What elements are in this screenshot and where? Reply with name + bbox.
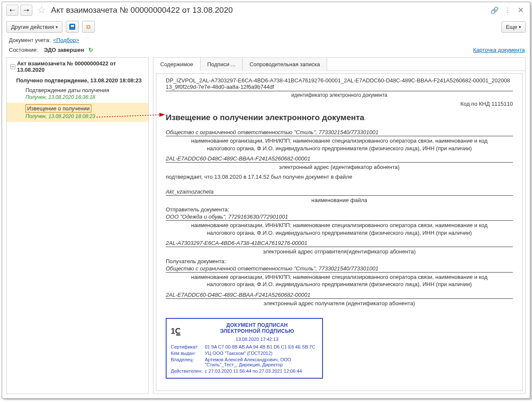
accounting-doc-row: Документ учета: <Подбор>	[2, 35, 530, 45]
close-button[interactable]: ✕	[516, 6, 526, 15]
confirm-text: подтверждает, что 13.08.2020 в 17.14.52 …	[166, 174, 513, 180]
file-id-caption: идентификатор электронного документа	[166, 92, 513, 98]
tree-item-label: Извещение о получении	[25, 104, 91, 112]
state-row: Состояние: ЭДО завершен ↻ Карточка докум…	[2, 45, 530, 55]
document-title: Извещение о получении электронного докум…	[166, 113, 513, 122]
titlebar: 🠐 🠒 ☆ Акт взаимозачета № 00000000422 от …	[2, 2, 530, 18]
more-button[interactable]: Еще ▾	[501, 21, 526, 33]
receiver-address-caption: электронный адрес получателя (идентифика…	[166, 299, 513, 308]
other-actions-button[interactable]: Другие действия ▾	[6, 21, 62, 33]
save-icon	[69, 24, 75, 30]
sig-issuer-label: Кем выдан:	[171, 351, 205, 356]
toolbar: Другие действия ▾ ⧉ Еще ▾	[2, 18, 530, 35]
sig-cert-label: Сертификат:	[171, 344, 205, 349]
tree-root[interactable]: − Акт взаимозачета № 00000000422 от 13.0…	[7, 58, 148, 76]
dropdown-caret-icon: ▾	[519, 25, 521, 29]
window-title: Акт взаимозачета № 00000000422 от 13.08.…	[51, 6, 233, 15]
tree-item[interactable]: Извещение о получении	[7, 103, 148, 113]
sender-address: 2AL-A7303297-E6CA-4BD6-A738-41BCA7619276…	[166, 240, 513, 247]
tree-item-status: Получен, 13.08.2020 18:08:23	[7, 113, 148, 122]
save-button[interactable]	[66, 21, 79, 33]
receiver-address: 2AL-E7ADDC60-D48C-489C-BBAA-F241A5260682…	[166, 292, 513, 299]
tree-item[interactable]: Подтверждение даты получения	[7, 85, 148, 94]
document-viewer[interactable]: DP_IZVPOL_2AL-A7303297-E6CA-4BD6-A738-41…	[156, 74, 522, 391]
receiver-label: Получатель документа:	[166, 258, 513, 264]
refresh-icon[interactable]: ↻	[88, 47, 93, 53]
receiver-org: Общество с ограниченной ответственностью…	[166, 265, 513, 273]
sig-valid-label: Действителен:	[171, 368, 205, 374]
nav-forward-button[interactable]: 🠒	[20, 5, 32, 16]
tabs: Содержимое Подписи ... Сопроводительная …	[153, 58, 525, 71]
link-icon[interactable]: 🔗	[490, 6, 499, 14]
sig-owner-value: Артемов Алексей Александрович, ООО "Стил…	[205, 357, 318, 367]
tab-cover-note[interactable]: Сопроводительная записка	[243, 58, 327, 71]
1c-logo-icon: 1C̲	[171, 326, 181, 336]
file-name: Akt_vzaimozacheta	[166, 188, 513, 196]
knd-code: Код по КНД 1115110	[166, 101, 513, 107]
tab-content[interactable]: Содержимое	[153, 58, 201, 71]
sig-valid-value: с 27.03.2020 11:56:44 по 27.03.2021 12:0…	[205, 368, 318, 374]
sender-address-caption: электронный адрес отправителя(идентифика…	[166, 247, 513, 256]
favorite-star-icon[interactable]: ☆	[37, 5, 46, 16]
tree-root-label: Акт взаимозачета № 00000000422 от 13.08.…	[17, 60, 145, 73]
tree-item-status: Получен, 13.08.2020 16:36:18	[7, 94, 148, 103]
state-label: Состояние:	[9, 47, 38, 53]
subscriber-address-caption: электронный адрес (идентификатор абонент…	[166, 163, 513, 172]
file-identifier: DP_IZVPOL_2AL-A7303297-E6CA-4BD6-A738-41…	[166, 76, 513, 91]
tree-item-label: Подтверждение даты получения	[25, 87, 145, 93]
pick-link[interactable]: <Подбор>	[53, 37, 79, 43]
content-panel: Содержимое Подписи ... Сопроводительная …	[153, 57, 526, 394]
collapse-icon[interactable]: −	[10, 64, 15, 69]
other-actions-label: Другие действия	[11, 24, 54, 30]
more-label: Еще	[506, 24, 517, 30]
hierarchy-icon: ⧉	[86, 23, 91, 31]
window-frame: 🠐 🠒 ☆ Акт взаимозачета № 00000000422 от …	[2, 2, 530, 399]
sender-label: Отправитель документа:	[166, 206, 513, 213]
dropdown-caret-icon: ▾	[56, 25, 58, 29]
org-caption: наименование организации, ИНН/КПП; наиме…	[166, 136, 513, 153]
sig-date: 13.08.2020 17:42:13	[196, 337, 318, 342]
org-line: Общество с ограниченной ответственностью…	[166, 129, 513, 136]
sig-owner-label: Владелец:	[171, 357, 205, 367]
file-name-caption: наименование файла	[166, 196, 513, 205]
receiver-org-caption: наименование организации, ИНН/КПП; наиме…	[166, 273, 513, 289]
accounting-doc-label: Документ учета:	[9, 37, 51, 43]
tree-panel: − Акт взаимозачета № 00000000422 от 13.0…	[6, 57, 149, 394]
tree-sub-label[interactable]: Получено подтверждение, 13.08.2020 18:08…	[7, 76, 148, 85]
structure-button[interactable]: ⧉	[82, 21, 95, 33]
document-card-link[interactable]: Карточка документа	[473, 47, 525, 53]
nav-back-button[interactable]: 🠐	[6, 5, 18, 16]
signature-stamp: 1C̲ ДОКУМЕНТ ПОДПИСАН ЭЛЕКТРОННОЙ ПОДПИС…	[166, 318, 323, 379]
subscriber-address: 2AL-E7ADDC60-D48C-489C-BBAA-F241A5260682…	[166, 155, 513, 163]
sig-issuer-value: УЦ ООО "Такском" (ГОСТ2012)	[205, 351, 318, 356]
tab-signatures[interactable]: Подписи ...	[201, 58, 243, 71]
sig-head1: ДОКУМЕНТ ПОДПИСАН	[196, 322, 318, 328]
kebab-menu-icon[interactable]: ⋮	[504, 6, 511, 14]
state-value: ЭДО завершен	[44, 47, 84, 53]
sig-cert-value: 01 9A C7 00 8B AB AA 94 4B B1 D6 C1 E6 4…	[205, 344, 318, 349]
sig-head2: ЭЛЕКТРОННОЙ ПОДПИСЬЮ	[196, 328, 318, 334]
sender-org: ООО "Одежда и обувь", 7729163630/7729010…	[166, 214, 513, 221]
sender-org-caption: наименование организации, ИНН/КПП; наиме…	[166, 221, 513, 237]
